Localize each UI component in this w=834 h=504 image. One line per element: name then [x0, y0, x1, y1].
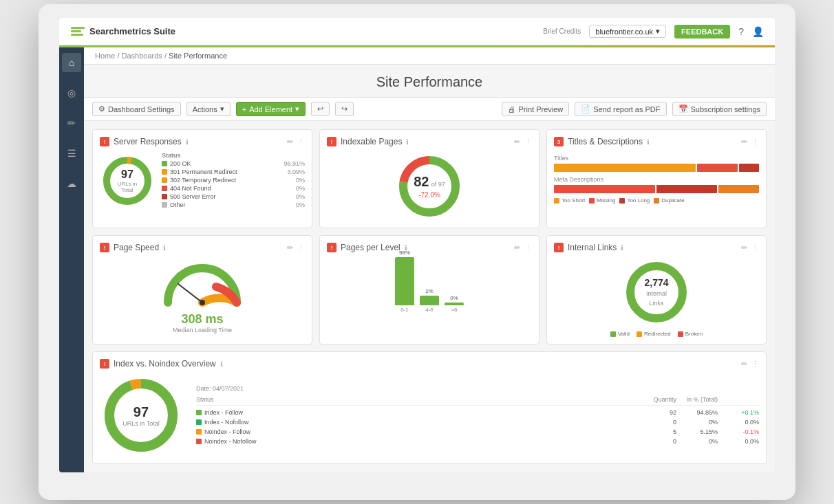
card-header: ! Internal Links ℹ ✏ ⋮ — [554, 243, 759, 252]
sidebar-item-users[interactable]: ☰ — [62, 144, 81, 163]
edit-icon[interactable]: ✏ — [287, 243, 293, 252]
help-icon[interactable]: ? — [738, 26, 744, 37]
subscription-button[interactable]: 📅 Subscription settings — [672, 102, 767, 116]
edit-icon[interactable]: ✏ — [741, 243, 747, 252]
titles-bar-missing — [697, 164, 738, 172]
ni-table-header: Status Quantity in % (Total) — [196, 396, 759, 406]
actions-button[interactable]: Actions ▾ — [186, 102, 231, 116]
sidebar-item-home[interactable]: ⌂ — [62, 53, 81, 72]
indexable-change: -72.0% — [418, 191, 440, 199]
titles-desc-title: Titles & Descriptions — [568, 137, 643, 146]
user-icon[interactable]: 👤 — [752, 26, 764, 37]
card-badge: ! — [100, 359, 109, 369]
legend-item-short: Too Short — [554, 197, 585, 204]
donut-label: 82 of 97 -72.0% — [412, 174, 447, 199]
edit-icon[interactable]: ✏ — [514, 243, 520, 252]
internal-links-donut: 2,774 Internal Links — [622, 258, 691, 327]
status-header: Status — [162, 152, 305, 159]
card-badge: ! — [100, 137, 109, 146]
more-icon[interactable]: ⋮ — [751, 243, 759, 252]
breadcrumb-dashboards[interactable]: Dashboards — [122, 52, 162, 60]
titles-desc-content: Titles Meta Descriptions — [554, 152, 759, 206]
index-noindex-card: ! Index vs. Noindex Overview ℹ ✏ ⋮ — [92, 351, 767, 464]
list-item: Noindex - Nofollow 0 0% 0.0% — [196, 437, 759, 446]
titles-bar-short — [554, 164, 696, 172]
card-badge: ! — [327, 243, 336, 252]
print-preview-button[interactable]: 🖨 Print Preview — [502, 102, 569, 116]
edit-icon[interactable]: ✏ — [287, 138, 293, 146]
status-table: Status 200 OK 96.91% 301 Permanent Redir — [162, 152, 305, 210]
indexable-content: 82 of 97 -72.0% — [327, 152, 532, 221]
legend-item-duplicate: Duplicate — [654, 197, 684, 204]
pages-level-content: 98% 0-1 2% 4-6 0% — [327, 258, 532, 313]
indexable-sub: of 97 — [431, 181, 445, 188]
edit-icon[interactable]: ✏ — [741, 138, 747, 146]
edit-icon[interactable]: ✏ — [514, 138, 520, 146]
card-actions: ✏ ⋮ — [514, 138, 532, 146]
more-icon[interactable]: ⋮ — [751, 138, 759, 146]
info-icon: ℹ — [621, 244, 623, 252]
info-icon: ℹ — [220, 360, 223, 368]
top-bar: Searchmetrics Suite Brief Credits bluefr… — [59, 18, 775, 45]
sidebar-item-edit[interactable]: ✏ — [62, 113, 81, 133]
sidebar-item-search[interactable]: ◎ — [62, 83, 81, 102]
indexable-pages-card: ! Indexable Pages ℹ ✏ ⋮ — [319, 129, 539, 228]
ni-date: Date: 04/07/2021 — [196, 385, 759, 392]
redo-button[interactable]: ↪ — [335, 102, 354, 116]
dashboard-settings-button[interactable]: ⚙ Dashboard Settings — [92, 102, 181, 116]
list-item: 301 Permanent Redirect 3.09% — [162, 168, 305, 175]
domain-selector[interactable]: bluefrontier.co.uk ▾ — [589, 25, 666, 38]
breadcrumb-home[interactable]: Home — [95, 52, 115, 60]
td-legend: Too Short Missing Too Long — [554, 197, 759, 204]
svg-point-10 — [200, 300, 205, 305]
donut-label: 97 URLs in Total — [114, 168, 141, 193]
pages-per-level-card: ! Pages per Level ℹ ✏ ⋮ — [319, 235, 539, 344]
more-icon[interactable]: ⋮ — [524, 138, 532, 146]
undo-button[interactable]: ↩ — [311, 102, 330, 116]
sidebar-item-cloud[interactable]: ☁ — [62, 174, 81, 193]
legend-item-broken: Broken — [678, 331, 703, 337]
list-item: Noindex - Follow 5 5.15% -0.1% — [196, 427, 759, 437]
meta-bar-long — [656, 185, 717, 193]
laptop-frame: Searchmetrics Suite Brief Credits bluefr… — [39, 4, 795, 500]
bar-rect — [445, 303, 464, 305]
list-item: Index - Follow 92 94.85% +0.1% — [196, 408, 759, 417]
more-icon[interactable]: ⋮ — [297, 243, 305, 252]
card-header: ! Indexable Pages ℹ ✏ ⋮ — [327, 137, 532, 146]
gray-dot — [162, 202, 167, 208]
server-responses-title: Server Responses — [114, 137, 182, 146]
logo-icon — [70, 24, 85, 39]
logo-area: Searchmetrics Suite — [70, 24, 175, 39]
more-icon[interactable]: ⋮ — [751, 360, 759, 369]
index-noindex-donut: 97 URLs in Total — [100, 374, 182, 457]
noindex-total: 97 — [122, 404, 159, 420]
calendar-icon: 📅 — [678, 105, 688, 113]
valid-dot — [610, 331, 616, 337]
chevron-down-icon: ▾ — [656, 27, 660, 36]
total-urls: 97 — [114, 168, 141, 181]
legend-item-redirected: Redirected — [637, 331, 671, 337]
urls-label: URLs in Total — [114, 181, 141, 193]
feedback-button[interactable]: FEEDBACK — [674, 25, 730, 39]
card-actions: ✏ ⋮ — [287, 243, 305, 252]
gauge-chart — [158, 258, 247, 309]
card-actions: ✏ ⋮ — [741, 243, 759, 252]
more-icon[interactable]: ⋮ — [524, 243, 532, 252]
send-pdf-button[interactable]: 📄 Send report as PDF — [575, 102, 666, 116]
svg-line-9 — [178, 284, 202, 303]
main-layout: ⌂ ◎ ✏ ☰ ☁ Home / Dashboards / Site Perfo… — [59, 47, 775, 472]
card-badge: ! — [327, 137, 336, 146]
add-element-button[interactable]: + Add Element ▾ — [236, 102, 306, 116]
broken-dot — [678, 331, 683, 337]
more-icon[interactable]: ⋮ — [297, 138, 305, 146]
print-icon: 🖨 — [508, 105, 515, 113]
card-actions: ✏ ⋮ — [741, 138, 759, 146]
legend-item-valid: Valid — [610, 331, 630, 337]
server-responses-card: ! Server Responses ℹ ✏ ⋮ — [92, 129, 312, 228]
toolbar: ⚙ Dashboard Settings Actions ▾ + Add Ele… — [84, 97, 775, 121]
pages-level-title: Pages per Level — [341, 243, 400, 252]
indexable-pages-title: Indexable Pages — [341, 137, 402, 146]
titles-label: Titles — [554, 155, 759, 162]
domain-text: bluefrontier.co.uk — [595, 28, 653, 36]
edit-icon[interactable]: ✏ — [741, 360, 747, 369]
